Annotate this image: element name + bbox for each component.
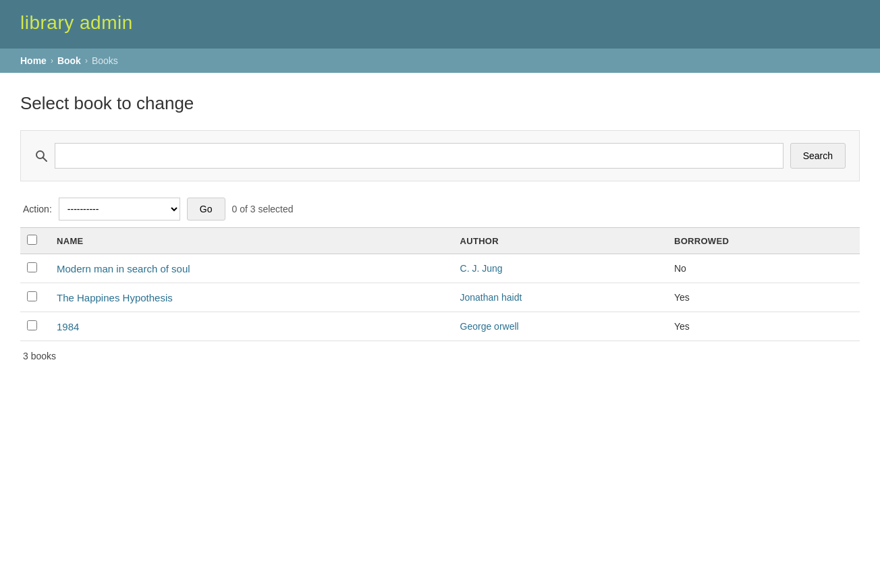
row-borrowed-cell: Yes <box>665 283 860 312</box>
borrowed-value-1: Yes <box>674 292 690 303</box>
app-title: library admin <box>20 12 860 34</box>
row-checkbox-cell <box>20 312 47 341</box>
selection-count: 0 of 3 selected <box>232 204 294 214</box>
search-container: Search <box>20 130 860 181</box>
author-link-0[interactable]: C. J. Jung <box>460 263 503 274</box>
col-header-borrowed: BORROWED <box>665 228 860 254</box>
author-link-2[interactable]: George orwell <box>460 321 519 332</box>
book-link-2[interactable]: 1984 <box>57 321 79 332</box>
row-checkbox-cell <box>20 283 47 312</box>
row-checkbox-1[interactable] <box>27 291 37 301</box>
breadcrumb-bar: Home › Book › Books <box>0 49 880 73</box>
row-checkbox-2[interactable] <box>27 320 37 330</box>
search-button[interactable]: Search <box>790 143 846 169</box>
row-borrowed-cell: No <box>665 254 860 283</box>
borrowed-value-2: Yes <box>674 321 690 332</box>
table-header: NAME AUTHOR BORROWED <box>20 228 860 254</box>
action-select[interactable]: ---------- <box>59 198 180 220</box>
select-all-checkbox[interactable] <box>27 235 37 245</box>
breadcrumb: Home › Book › Books <box>20 55 860 66</box>
search-input[interactable] <box>55 143 783 169</box>
row-name-cell: Modern man in search of soul <box>47 254 451 283</box>
row-borrowed-cell: Yes <box>665 312 860 341</box>
breadcrumb-sep-2: › <box>85 56 88 65</box>
row-author-cell: Jonathan haidt <box>451 283 665 312</box>
row-name-cell: The Happines Hypothesis <box>47 283 451 312</box>
borrowed-value-0: No <box>674 263 686 274</box>
table-row: The Happines Hypothesis Jonathan haidt Y… <box>20 283 860 312</box>
action-label: Action: <box>23 204 52 214</box>
books-count: 3 books <box>23 351 56 361</box>
header: library admin <box>0 0 880 49</box>
col-header-name: NAME <box>47 228 451 254</box>
page-title: Select book to change <box>20 93 860 114</box>
go-button[interactable]: Go <box>187 198 225 220</box>
row-author-cell: George orwell <box>451 312 665 341</box>
breadcrumb-sep-1: › <box>51 56 53 65</box>
search-icon <box>34 149 48 163</box>
row-author-cell: C. J. Jung <box>451 254 665 283</box>
col-header-author: AUTHOR <box>451 228 665 254</box>
svg-line-1 <box>43 158 47 162</box>
main-content: Select book to change Search Action: ---… <box>0 73 880 375</box>
book-link-1[interactable]: The Happines Hypothesis <box>57 292 173 303</box>
row-checkbox-0[interactable] <box>27 262 37 272</box>
col-header-checkbox <box>20 228 47 254</box>
breadcrumb-current: Books <box>92 55 118 66</box>
book-link-0[interactable]: Modern man in search of soul <box>57 263 190 274</box>
table-row: 1984 George orwell Yes <box>20 312 860 341</box>
breadcrumb-book[interactable]: Book <box>57 55 81 66</box>
table-body: Modern man in search of soul C. J. Jung … <box>20 254 860 341</box>
author-link-1[interactable]: Jonathan haidt <box>460 292 522 303</box>
row-checkbox-cell <box>20 254 47 283</box>
action-bar: Action: ---------- Go 0 of 3 selected <box>20 198 860 220</box>
row-name-cell: 1984 <box>47 312 451 341</box>
breadcrumb-home[interactable]: Home <box>20 55 47 66</box>
table-footer: 3 books <box>20 351 860 361</box>
table-row: Modern man in search of soul C. J. Jung … <box>20 254 860 283</box>
books-table: NAME AUTHOR BORROWED Modern man in searc… <box>20 227 860 341</box>
